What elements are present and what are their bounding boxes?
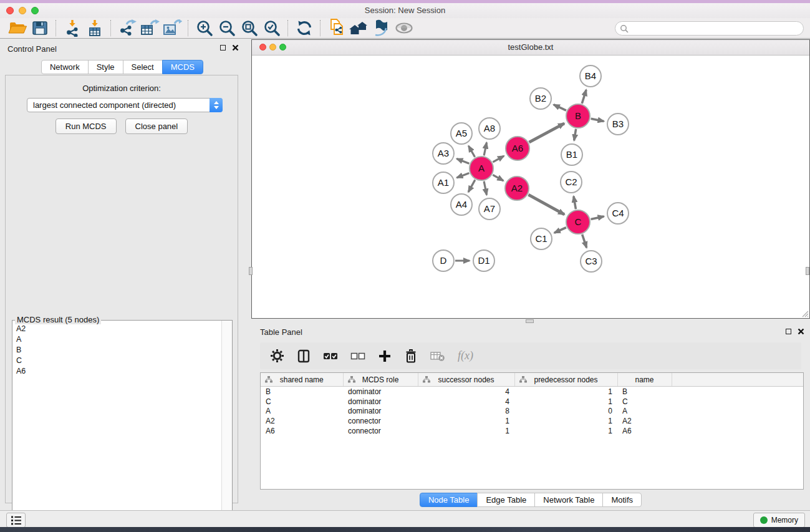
zoom-selected-region-icon[interactable]: [261, 19, 283, 37]
table-cell[interactable]: A: [617, 406, 672, 416]
refresh-layout-icon[interactable]: [293, 19, 316, 37]
table-cell[interactable]: 1: [514, 397, 617, 407]
close-panel-button[interactable]: Close panel: [125, 118, 188, 134]
table-cell[interactable]: 1: [418, 416, 514, 426]
table-cell[interactable]: A2: [617, 416, 672, 426]
table-cell[interactable]: A6: [617, 426, 672, 436]
tab-node-table[interactable]: Node Table: [420, 493, 478, 507]
table-cell[interactable]: B: [261, 387, 343, 397]
table-row[interactable]: Adominator80A: [261, 406, 803, 416]
network-close-traffic-light[interactable]: [259, 44, 266, 51]
close-traffic-light[interactable]: [6, 7, 14, 14]
edge-C-C1[interactable]: [554, 228, 566, 233]
tab-edge-table[interactable]: Edge Table: [477, 493, 535, 507]
open-file-icon[interactable]: [6, 19, 29, 37]
window-resize-grip[interactable]: [801, 310, 809, 317]
add-column-icon[interactable]: [378, 349, 392, 363]
column-header-name[interactable]: name: [617, 373, 672, 387]
right-splitter-handle[interactable]: [806, 267, 809, 275]
import-network-from-file-icon[interactable]: [61, 19, 84, 37]
network-maximize-traffic-light[interactable]: [279, 44, 286, 51]
home-networks-icon[interactable]: [348, 19, 370, 37]
run-mcds-button[interactable]: Run MCDS: [55, 118, 117, 134]
mcds-result-item[interactable]: C: [13, 355, 221, 365]
export-table-icon[interactable]: [138, 19, 161, 37]
table-cell[interactable]: dominator: [343, 406, 418, 416]
close-table-panel-icon[interactable]: [798, 328, 804, 335]
tab-motifs[interactable]: Motifs: [602, 493, 642, 507]
table-row[interactable]: A6connector11A6: [261, 426, 803, 436]
criterion-select[interactable]: largest connected component (directed): [27, 98, 223, 112]
toolbar-search[interactable]: [615, 21, 804, 36]
minimize-traffic-light[interactable]: [19, 7, 26, 14]
column-header-predecessor-nodes[interactable]: predecessor nodes: [514, 373, 617, 387]
edge-A-A8[interactable]: [484, 143, 486, 156]
edge-C-C3[interactable]: [582, 235, 587, 248]
edge-B-B4[interactable]: [582, 90, 586, 104]
table-row[interactable]: Bdominator41B: [261, 387, 803, 397]
import-table-from-file-icon[interactable]: [84, 19, 106, 37]
memory-button[interactable]: Memory: [753, 513, 805, 528]
edge-A-A2[interactable]: [493, 175, 503, 180]
edge-B-B1[interactable]: [574, 129, 576, 141]
float-panel-icon[interactable]: [220, 45, 226, 51]
edge-C-C2[interactable]: [574, 196, 576, 210]
edge-A-A4[interactable]: [468, 180, 475, 191]
table-cell[interactable]: connector: [343, 426, 418, 436]
save-session-icon[interactable]: [29, 19, 51, 37]
mcds-list-scrollbar[interactable]: [221, 321, 232, 532]
table-row[interactable]: Cdominator41C: [261, 397, 803, 407]
edge-A-A6[interactable]: [493, 156, 504, 162]
table-cell[interactable]: A: [261, 406, 343, 416]
table-cell[interactable]: B: [617, 387, 672, 397]
zoom-out-icon[interactable]: [216, 19, 238, 37]
table-cell[interactable]: 4: [418, 397, 514, 407]
export-network-icon[interactable]: [116, 19, 138, 37]
table-cell[interactable]: A2: [261, 416, 343, 426]
table-cell[interactable]: 1: [418, 426, 514, 436]
edge-A-A3[interactable]: [456, 158, 469, 163]
export-image-icon[interactable]: [161, 19, 183, 37]
table-cell[interactable]: 1: [514, 426, 617, 436]
horizontal-splitter-handle[interactable]: [526, 319, 534, 323]
network-canvas[interactable]: AA1A2A3A4A5A6A7A8BB1B2B3B4CC1C2C3C4DD1: [252, 56, 809, 318]
table-cell[interactable]: C: [617, 397, 672, 407]
maximize-traffic-light[interactable]: [31, 7, 39, 14]
left-splitter-handle[interactable]: [249, 267, 253, 275]
settings-gear-icon[interactable]: [270, 349, 284, 363]
edge-A-A7[interactable]: [484, 181, 486, 195]
table-cell[interactable]: A6: [261, 426, 343, 436]
mcds-result-item[interactable]: A6: [13, 365, 221, 376]
zoom-fit-content-icon[interactable]: [238, 19, 261, 37]
close-panel-icon[interactable]: [232, 44, 239, 51]
delete-table-icon[interactable]: [430, 350, 445, 362]
column-header-shared-name[interactable]: shared name: [261, 373, 343, 387]
table-cell[interactable]: 4: [418, 387, 514, 397]
table-cell[interactable]: connector: [343, 416, 418, 426]
float-table-panel-icon[interactable]: [786, 329, 791, 334]
mcds-result-item[interactable]: B: [13, 344, 221, 355]
mcds-result-item[interactable]: A: [13, 334, 221, 344]
show-columns-icon[interactable]: [297, 349, 311, 363]
table-cell[interactable]: 8: [418, 406, 514, 416]
mcds-result-item[interactable]: A2: [13, 323, 221, 334]
table-cell[interactable]: 1: [514, 387, 617, 397]
tab-network[interactable]: Network: [41, 60, 89, 74]
column-header-MCDS-role[interactable]: MCDS role: [343, 373, 418, 387]
search-input[interactable]: [629, 22, 803, 34]
edge-C-C4[interactable]: [591, 216, 604, 220]
function-builder-icon[interactable]: f(x): [458, 349, 473, 362]
table-cell[interactable]: 1: [514, 416, 617, 426]
graphics-details-icon[interactable]: [370, 19, 393, 37]
edge-A-A5[interactable]: [468, 146, 475, 157]
table-cell[interactable]: 0: [514, 406, 617, 416]
edge-A-A1[interactable]: [457, 173, 470, 177]
show-hide-eye-icon[interactable]: [393, 19, 415, 37]
tab-select[interactable]: Select: [123, 60, 163, 74]
column-header-successor-nodes[interactable]: successor nodes: [418, 373, 514, 387]
edge-B-B2[interactable]: [554, 105, 566, 110]
zoom-in-icon[interactable]: [193, 19, 216, 37]
task-history-button[interactable]: [6, 513, 26, 528]
select-all-checkboxes-icon[interactable]: [323, 349, 338, 363]
tab-network-table[interactable]: Network Table: [534, 493, 603, 507]
